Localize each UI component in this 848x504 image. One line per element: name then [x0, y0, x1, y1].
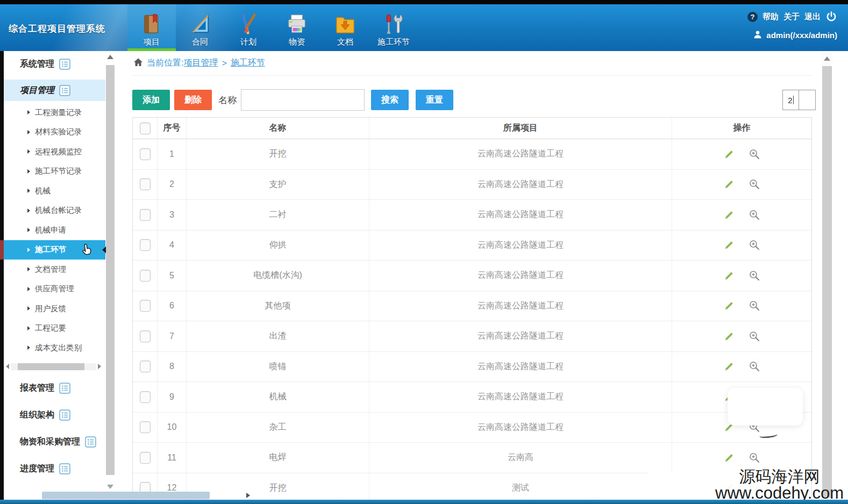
edit-icon[interactable] [724, 452, 735, 463]
sidebar-item-11[interactable]: 工程记要 [4, 319, 105, 339]
table-row: 2支护云南高速公路隧道工程 [133, 170, 811, 200]
delete-button[interactable]: 删除 [174, 90, 212, 110]
page-size-spinner[interactable] [799, 90, 815, 110]
sidebar-group-project[interactable]: 项目管理 [4, 80, 105, 101]
help-link[interactable]: 帮助 [763, 12, 779, 22]
scrollbar-thumb[interactable] [42, 492, 210, 499]
view-icon[interactable] [749, 239, 760, 251]
edit-icon[interactable] [724, 300, 735, 311]
folder-icon [334, 12, 357, 35]
add-button[interactable]: 添加 [132, 90, 170, 110]
row-checkbox[interactable] [140, 300, 151, 312]
row-checkbox[interactable] [140, 209, 151, 221]
row-checkbox[interactable] [140, 330, 151, 342]
sidebar-item-selected7[interactable]: 施工环节 [4, 240, 105, 260]
reset-button[interactable]: 重置 [416, 90, 453, 110]
sidebar-item-8[interactable]: 文档管理 [4, 260, 105, 279]
nav-tab-plan[interactable]: 计划 [224, 4, 273, 51]
caret-right-icon [27, 169, 30, 174]
name-search-input[interactable] [241, 89, 365, 111]
sidebar-item-1[interactable]: 材料实验记录 [4, 123, 105, 142]
edit-icon[interactable] [724, 179, 735, 190]
edit-icon[interactable] [724, 240, 735, 250]
scroll-left-icon[interactable] [6, 364, 9, 369]
scrollbar-thumb[interactable] [822, 66, 832, 498]
nav-tab-contract[interactable]: 合同 [176, 4, 224, 51]
select-all-checkbox[interactable] [140, 123, 151, 134]
scroll-down-icon[interactable] [107, 485, 113, 489]
nav-tab-construction[interactable]: 施工环节 [369, 4, 418, 51]
scroll-up-icon[interactable] [107, 55, 113, 59]
scrollbar-thumb[interactable] [106, 65, 115, 475]
sidebar-item-0[interactable]: 工程测量记录 [4, 103, 105, 123]
row-checkbox[interactable] [140, 421, 151, 433]
scroll-right-icon[interactable] [98, 364, 101, 369]
row-checkbox[interactable] [140, 239, 151, 251]
sidebar-item-label: 工程测量记录 [35, 107, 82, 118]
sidebar-item-12[interactable]: 成本支出类别 [4, 338, 105, 358]
edit-icon[interactable] [724, 270, 735, 281]
breadcrumb-link-construction[interactable]: 施工环节 [231, 57, 265, 69]
row-checkbox[interactable] [140, 452, 151, 464]
menu-list-icon [59, 409, 70, 421]
scrollbar-thumb[interactable] [18, 363, 84, 370]
edit-icon[interactable] [724, 210, 735, 220]
about-link[interactable]: 关于 [783, 12, 800, 22]
nav-tab-materials[interactable]: 物资 [273, 4, 321, 51]
sidebar-item-3[interactable]: 施工环节记录 [4, 162, 105, 182]
row-project: 云南高速公路隧道工程 [369, 139, 672, 169]
sidebar-item-9[interactable]: 供应商管理 [4, 279, 105, 299]
row-checkbox[interactable] [140, 270, 151, 282]
row-number: 4 [158, 231, 187, 261]
scroll-up-icon[interactable] [824, 56, 830, 61]
sidebar-group-system[interactable]: 系统管理 [4, 51, 105, 77]
help-icon[interactable]: ? [747, 12, 758, 22]
power-icon[interactable] [825, 11, 837, 23]
sidebar-item-6[interactable]: 机械申请 [4, 220, 105, 240]
book-icon [140, 12, 163, 35]
nav-tab-documents[interactable]: 文档 [321, 4, 369, 51]
breadcrumb-link-project-mgmt[interactable]: 项目管理 [183, 57, 218, 69]
sidebar-item-10[interactable]: 用户反馈 [4, 299, 105, 319]
search-button[interactable]: 搜索 [371, 90, 409, 110]
page-size-input[interactable]: 2 [783, 90, 799, 110]
logout-link[interactable]: 退出 [804, 12, 821, 22]
edit-icon[interactable] [724, 331, 735, 342]
nav-tab-project[interactable]: 项目 [127, 4, 176, 51]
sidebar-horizontal-scrollbar[interactable] [6, 363, 101, 371]
sidebar-vertical-scrollbar[interactable] [105, 53, 116, 492]
view-icon[interactable] [749, 300, 760, 312]
row-checkbox[interactable] [140, 178, 151, 190]
edit-icon[interactable] [724, 149, 735, 160]
edit-icon[interactable] [724, 361, 735, 372]
table-body: 1开挖云南高速公路隧道工程2支护云南高速公路隧道工程3二衬云南高速公路隧道工程4… [133, 139, 811, 503]
row-project: 云南高速公路隧道工程 [369, 261, 672, 291]
sidebar-group-reports[interactable]: 报表管理 [4, 375, 105, 402]
row-checkbox[interactable] [140, 361, 151, 372]
main-vertical-scrollbar[interactable] [822, 52, 832, 500]
page-horizontal-scrollbar[interactable] [0, 491, 376, 500]
table-row: 10杂工云南高速公路隧道工程 [133, 413, 811, 443]
table-row: 5电缆槽(水沟)云南高速公路隧道工程 [133, 261, 811, 291]
sidebar-group-organization[interactable]: 组织架构 [4, 402, 105, 429]
view-icon[interactable] [749, 209, 760, 221]
caret-right-icon [27, 248, 30, 252]
sidebar-item-4[interactable]: 机械 [4, 181, 105, 201]
view-icon[interactable] [749, 148, 760, 160]
view-icon[interactable] [749, 361, 760, 372]
scroll-right-icon[interactable] [246, 493, 250, 498]
view-icon[interactable] [749, 270, 760, 282]
sidebar-item-2[interactable]: 远程视频监控 [4, 142, 105, 162]
view-icon[interactable] [749, 330, 760, 342]
sidebar-edge [0, 51, 4, 500]
sidebar-group-procurement[interactable]: 物资和采购管理 [4, 429, 105, 456]
view-icon[interactable] [749, 178, 760, 190]
row-number: 3 [158, 200, 187, 230]
sidebar-item-5[interactable]: 机械台帐记录 [4, 201, 105, 221]
row-checkbox[interactable] [140, 148, 151, 160]
table-row: 4仰拱云南高速公路隧道工程 [133, 231, 811, 261]
sidebar-group-progress[interactable]: 进度管理 [4, 456, 105, 483]
view-icon[interactable] [749, 452, 760, 464]
row-checkbox[interactable] [140, 391, 151, 403]
caret-right-icon [27, 130, 30, 134]
